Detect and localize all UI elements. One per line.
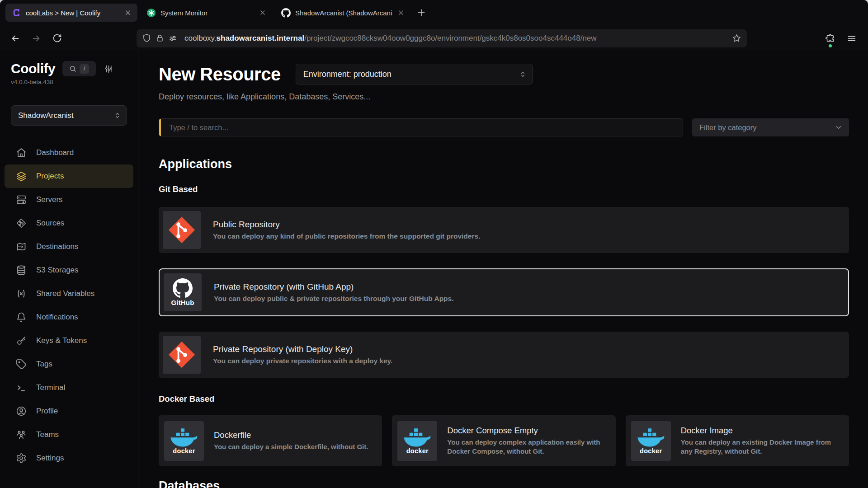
tab-github[interactable]: ShadowArcanist (ShadowArcanis — [275, 4, 410, 22]
reload-button[interactable] — [48, 30, 66, 47]
bookmark-star-icon[interactable] — [732, 33, 741, 43]
extensions-button[interactable] — [821, 29, 839, 47]
card-private-repository-deploy-key[interactable]: Private Repository (with Deploy Key) You… — [159, 332, 849, 378]
search-shortcut-key: / — [80, 64, 89, 74]
card-docker-compose-empty[interactable]: docker Docker Compose Empty You can depl… — [392, 415, 615, 466]
address-bar[interactable]: coolboxy.shadowarcanist.internal/project… — [137, 29, 747, 47]
lock-icon[interactable] — [156, 34, 164, 42]
databases-heading: Databases — [159, 479, 849, 488]
app-version: v4.0.0-beta.438 — [0, 79, 138, 85]
sidebar-search-button[interactable]: / — [62, 61, 96, 76]
sidebar-item-dashboard[interactable]: Dashboard — [0, 141, 138, 164]
app-logo-title: Coolify — [11, 61, 55, 76]
sidebar-item-destinations[interactable]: Destinations — [0, 235, 138, 258]
github-logo-icon: GitHub — [164, 273, 202, 311]
docker-label: docker — [640, 447, 662, 455]
tab-coolify[interactable]: coolLabs > New | Coolify — [5, 4, 137, 22]
chevron-up-down-icon — [113, 112, 121, 119]
chevron-down-icon — [835, 123, 843, 131]
tab-title: ShadowArcanist (ShadowArcanis — [295, 9, 392, 17]
resource-search-input[interactable] — [159, 119, 683, 136]
sidebar-item-settings[interactable]: Settings — [0, 446, 138, 470]
page-title: New Resource — [159, 64, 281, 84]
tab-bar: coolLabs > New | Coolify System Monitor … — [0, 0, 868, 25]
system-monitor-favicon-icon — [146, 8, 156, 18]
browser-toolbar: coolboxy.shadowarcanist.internal/project… — [0, 25, 868, 51]
main-content: New Resource Environment: production Dep… — [138, 51, 868, 488]
card-private-repository-github-app[interactable]: GitHub Private Repository (with GitHub A… — [159, 268, 849, 316]
tab-close-icon[interactable] — [259, 9, 267, 17]
sidebar-item-keys-tokens[interactable]: Keys & Tokens — [0, 329, 138, 352]
tab-close-icon[interactable] — [124, 9, 132, 17]
sidebar-item-projects[interactable]: Projects — [5, 164, 133, 188]
card-title: Docker Image — [681, 426, 843, 436]
team-selector[interactable]: ShadowArcanist — [11, 105, 127, 126]
sidebar-item-servers[interactable]: Servers — [0, 188, 138, 211]
card-description: You can deploy public & private reposito… — [214, 295, 454, 303]
tab-title: System Monitor — [160, 9, 254, 17]
layers-icon — [15, 171, 27, 182]
card-description: You can deploy private repositories with… — [213, 357, 392, 365]
card-docker-image[interactable]: docker Docker Image You can deploy an ex… — [626, 415, 849, 466]
map-icon — [15, 241, 27, 253]
git-logo-icon — [163, 336, 201, 374]
docker-logo-icon: docker — [164, 421, 204, 461]
terminal-icon — [15, 382, 27, 394]
gear-icon — [15, 453, 27, 464]
card-description: You can deploy complex application easil… — [447, 438, 609, 456]
sidebar-item-profile[interactable]: Profile — [0, 399, 138, 423]
shield-icon[interactable] — [142, 33, 151, 43]
card-dockerfile[interactable]: docker Dockerfile You can deploy a simpl… — [159, 415, 382, 466]
sidebar-item-sources[interactable]: Sources — [0, 211, 138, 235]
card-title: Docker Compose Empty — [447, 426, 609, 436]
url-text: coolboxy.shadowarcanist.internal/project… — [184, 34, 728, 43]
sidebar-item-shared-variables[interactable]: Shared Variables — [0, 282, 138, 305]
github-favicon-icon — [281, 8, 291, 18]
feedback-sliders-button[interactable] — [102, 62, 115, 75]
docker-label: docker — [173, 447, 195, 455]
card-title: Dockerfile — [214, 430, 368, 440]
git-source-icon — [15, 218, 27, 229]
resource-search — [159, 118, 683, 136]
tab-system-monitor[interactable]: System Monitor — [140, 4, 272, 22]
chevron-up-down-icon — [519, 70, 527, 78]
database-icon — [15, 265, 27, 276]
card-description: You can deploy any kind of public reposi… — [213, 232, 480, 240]
sidebar-nav: Dashboard Projects Servers Sources Desti… — [0, 141, 138, 470]
git-based-heading: Git Based — [159, 184, 849, 194]
docker-label: docker — [406, 447, 429, 455]
git-logo-icon — [163, 211, 201, 249]
docker-logo-icon: docker — [631, 421, 671, 461]
sidebar: Coolify / v4.0.0-beta.438 ShadowArcanist… — [0, 51, 138, 488]
applications-heading: Applications — [159, 157, 849, 171]
card-public-repository[interactable]: Public Repository You can deploy any kin… — [159, 207, 849, 253]
tag-icon — [15, 359, 27, 370]
search-icon — [69, 65, 76, 72]
sidebar-item-tags[interactable]: Tags — [0, 352, 138, 376]
sidebar-item-s3-storages[interactable]: S3 Storages — [0, 258, 138, 282]
docker-logo-icon: docker — [397, 421, 437, 461]
docker-based-heading: Docker Based — [159, 394, 849, 404]
menu-button[interactable] — [843, 30, 861, 47]
environment-selector[interactable]: Environment: production — [296, 64, 533, 84]
sidebar-item-teams[interactable]: Teams — [0, 423, 138, 446]
home-icon — [15, 147, 27, 159]
users-group-icon — [15, 429, 27, 441]
category-filter[interactable]: Filter by category — [692, 118, 849, 136]
bell-icon — [15, 312, 27, 323]
back-button[interactable] — [6, 30, 24, 47]
coolify-favicon-icon — [12, 8, 21, 18]
sidebar-item-notifications[interactable]: Notifications — [0, 305, 138, 329]
new-tab-button[interactable] — [413, 5, 429, 21]
server-icon — [15, 194, 27, 206]
card-title: Public Repository — [213, 220, 480, 230]
variables-icon — [15, 288, 27, 300]
key-icon — [15, 335, 27, 347]
tab-close-icon[interactable] — [397, 9, 405, 17]
browser-window: coolLabs > New | Coolify System Monitor … — [0, 0, 868, 488]
github-label: GitHub — [171, 299, 194, 306]
page-subtitle: Deploy resources, like Applications, Dat… — [159, 92, 849, 102]
permissions-icon[interactable] — [168, 33, 178, 43]
sidebar-item-terminal[interactable]: Terminal — [0, 376, 138, 399]
forward-button[interactable] — [27, 30, 45, 47]
